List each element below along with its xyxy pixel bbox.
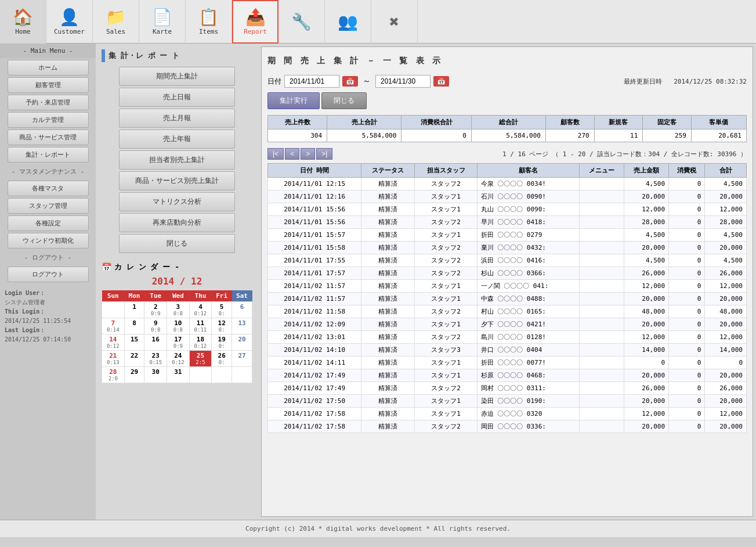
table-row[interactable]: 2014/11/02 17:49精算済スタッフ1杉原 〇〇〇〇 0468:20,… <box>268 369 747 382</box>
calendar-cell[interactable]: 282:0 <box>102 367 125 383</box>
next-page-btn[interactable]: > <box>301 148 315 160</box>
table-cell <box>579 267 624 280</box>
calendar-cell[interactable]: 260: <box>212 351 232 367</box>
sidebar-btn-home[interactable]: ホーム <box>8 60 89 75</box>
table-row[interactable]: 2014/11/02 11:57精算済スタッフ1中森 〇〇〇〇 0488:20,… <box>268 293 747 305</box>
calendar-cell[interactable]: 22 <box>124 351 144 367</box>
table-row[interactable]: 2014/11/02 17:58精算済スタッフ1赤迫 〇〇〇〇 032012,0… <box>268 408 747 420</box>
menu-btn-yearly-report[interactable]: 売上年報 <box>119 129 235 149</box>
menu-btn-close[interactable]: 閉じる <box>119 234 235 253</box>
pagination: |< < > >| 1 / 16 ページ （ 1 - 20 / 該当レコード数：… <box>267 148 747 160</box>
date-from-input[interactable] <box>284 75 339 88</box>
calendar-cell[interactable]: 252:5 <box>189 351 212 367</box>
calendar-cell[interactable]: 40:12 <box>189 302 212 318</box>
date-to-calendar-btn[interactable]: 📅 <box>433 76 449 87</box>
table-row[interactable]: 2014/11/01 17:55精算済スタッフ2浜田 〇〇〇〇 0416:4,5… <box>268 254 747 267</box>
table-row[interactable]: 2014/11/02 14:11精算済スタッフ1折田 〇〇〇〇 0077!000 <box>268 357 747 369</box>
table-row[interactable]: 2014/11/02 12:09精算済スタッフ1夕下 〇〇〇〇 0421!20,… <box>268 318 747 331</box>
calendar-cell[interactable]: 230:15 <box>144 351 167 367</box>
sidebar-btn-karte[interactable]: カルテ管理 <box>8 112 89 128</box>
first-page-btn[interactable]: |< <box>267 148 284 160</box>
sidebar-btn-master[interactable]: 各種マスタ <box>8 181 89 196</box>
table-row[interactable]: 2014/11/02 14:10精算済スタッフ3井口 〇〇〇〇 040414,0… <box>268 344 747 357</box>
sidebar-btn-reports[interactable]: 集計・レポート <box>8 147 89 163</box>
panel-header: 集 計・レ ポ ー ト <box>102 49 252 62</box>
nav-customer[interactable]: 👤 Customer <box>46 0 93 44</box>
sidebar-btn-logout[interactable]: ログアウト <box>8 267 89 282</box>
menu-btn-monthly-report[interactable]: 売上月報 <box>119 109 235 128</box>
table-row[interactable]: 2014/11/02 17:50精算済スタッフ1染田 〇〇〇〇 0190:20,… <box>268 395 747 408</box>
table-cell: 2014/11/02 11:57 <box>268 293 361 305</box>
calendar-cell[interactable]: 170:9 <box>167 334 190 351</box>
table-cell: 精算済 <box>361 178 415 190</box>
table-row[interactable]: 2014/11/01 17:57精算済スタッフ2杉山 〇〇〇〇 0366:26,… <box>268 267 747 280</box>
table-row[interactable]: 2014/11/01 15:56精算済スタッフ1丸山 〇〇〇〇 0090:12,… <box>268 203 747 216</box>
calendar-cell[interactable]: 140:12 <box>102 334 125 351</box>
calendar-cell[interactable]: 6 <box>232 302 252 318</box>
table-row[interactable]: 2014/11/02 13:01精算済スタッフ2島川 〇〇〇〇 0128!12,… <box>268 331 747 344</box>
menu-btn-monthly-sales[interactable]: 期間売上集計 <box>119 67 235 86</box>
calendar-cell[interactable]: 50: <box>212 302 232 318</box>
calendar-cell[interactable]: 8 <box>124 318 144 334</box>
prev-page-btn[interactable]: < <box>285 148 299 160</box>
calendar-cell[interactable]: 210:13 <box>102 351 125 367</box>
calendar-cell[interactable]: 100:8 <box>167 318 190 334</box>
table-cell: 石川 〇〇〇〇 0090! <box>477 190 579 203</box>
calendar-cell[interactable]: 70:14 <box>102 318 125 334</box>
menu-btn-matrix[interactable]: マトリクス分析 <box>119 192 235 211</box>
sidebar-btn-reservation[interactable]: 予約・来店管理 <box>8 95 89 110</box>
table-row[interactable]: 2014/11/01 12:15精算済スタッフ2今泉 〇〇〇〇 0034!4,5… <box>268 178 747 190</box>
sidebar-btn-customer[interactable]: 顧客管理 <box>8 77 89 93</box>
calendar-cell[interactable]: 27 <box>232 351 252 367</box>
nav-sales[interactable]: 📁 Sales <box>93 0 139 44</box>
calendar-cell[interactable]: 90:8 <box>144 318 167 334</box>
calendar-cell[interactable]: 15 <box>124 334 144 351</box>
calendar-cell[interactable]: 110:11 <box>189 318 212 334</box>
nav-items[interactable]: 📋 Items <box>186 0 232 44</box>
table-row[interactable]: 2014/11/02 11:58精算済スタッフ2村山 〇〇〇〇 0165:48,… <box>268 305 747 318</box>
nav-tool1[interactable]: 🔧 <box>278 0 325 44</box>
calendar-cell[interactable]: 240:12 <box>167 351 190 367</box>
calendar-cell[interactable]: 31 <box>167 367 190 383</box>
calendar-cell[interactable]: 180:12 <box>189 334 212 351</box>
calendar-cell[interactable]: 190: <box>212 334 232 351</box>
table-row[interactable]: 2014/11/01 12:16精算済スタッフ1石川 〇〇〇〇 0090!20,… <box>268 190 747 203</box>
table-row[interactable]: 2014/11/02 17:58精算済スタッフ2岡田 〇〇〇〇 0336:20,… <box>268 420 747 433</box>
date-from-calendar-btn[interactable]: 📅 <box>342 76 358 87</box>
nav-close[interactable]: ✖ <box>371 0 418 44</box>
table-cell: 精算済 <box>361 242 415 254</box>
exec-btn[interactable]: 集計実行 <box>267 92 320 109</box>
last-page-btn[interactable]: >| <box>316 148 332 160</box>
calendar-cell[interactable]: 16 <box>144 334 167 351</box>
menu-btn-staff-sales[interactable]: 担当者別売上集計 <box>119 150 235 170</box>
sidebar-btn-staff[interactable]: スタッフ管理 <box>8 198 89 214</box>
table-row[interactable]: 2014/11/01 15:56精算済スタッフ2早川 〇〇〇〇 0418:28,… <box>268 216 747 229</box>
table-cell: 精算済 <box>361 229 415 242</box>
sidebar-btn-settings[interactable]: 各種設定 <box>8 215 89 231</box>
calendar-cell[interactable]: 30:8 <box>167 302 190 318</box>
calendar-cell[interactable]: 1 <box>124 302 144 318</box>
calendar-cell[interactable]: 120: <box>212 318 232 334</box>
calendar-cell[interactable]: 29 <box>124 367 144 383</box>
menu-btn-daily-sales[interactable]: 売上日報 <box>119 88 235 107</box>
calendar-cell[interactable]: 13 <box>232 318 252 334</box>
calendar-cell[interactable]: 30 <box>144 367 167 383</box>
table-row[interactable]: 2014/11/01 15:58精算済スタッフ2棄川 〇〇〇〇 0432:20,… <box>268 242 747 254</box>
nav-report[interactable]: 📤 Report <box>232 0 278 44</box>
menu-btn-revisit[interactable]: 再来店動向分析 <box>119 213 235 232</box>
calendar-cell[interactable]: 20 <box>232 334 252 351</box>
table-row[interactable]: 2014/11/02 17:49精算済スタッフ2岡村 〇〇〇〇 0311:26,… <box>268 382 747 395</box>
sidebar-btn-window-init[interactable]: ウィンドウ初期化 <box>8 233 89 249</box>
table-row[interactable]: 2014/11/01 15:57精算済スタッフ1折田 〇〇〇〇 02794,50… <box>268 229 747 242</box>
nav-home[interactable]: 🏠 Home <box>0 0 46 44</box>
table-row[interactable]: 2014/11/02 11:57精算済スタッフ1一ノ関 〇〇〇〇 041:12,… <box>268 280 747 293</box>
table-cell: 2014/11/01 12:16 <box>268 190 361 203</box>
nav-tool2[interactable]: 👥 <box>325 0 371 44</box>
menu-btn-product-sales[interactable]: 商品・サービス別売上集計 <box>119 171 235 190</box>
sidebar-btn-products[interactable]: 商品・サービス管理 <box>8 129 89 145</box>
table-cell: 精算済 <box>361 420 415 433</box>
close-btn[interactable]: 閉じる <box>321 92 367 109</box>
date-to-input[interactable] <box>375 75 431 88</box>
calendar-cell[interactable]: 20:9 <box>144 302 167 318</box>
nav-karte[interactable]: 📄 Karte <box>139 0 186 44</box>
